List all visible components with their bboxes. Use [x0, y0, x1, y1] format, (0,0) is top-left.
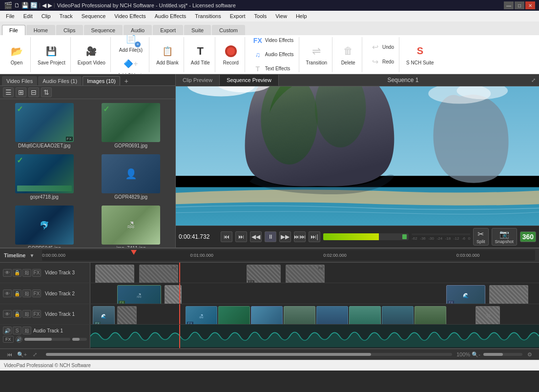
refresh-icon[interactable]: 🔄: [30, 2, 38, 9]
clip-block[interactable]: 🌊 FX: [446, 285, 485, 303]
timeline-zoom-level-button[interactable]: 100%: [458, 350, 469, 359]
audio-solo-button[interactable]: S: [13, 327, 21, 334]
split-button[interactable]: ✂ Split: [473, 228, 489, 246]
tab-audio-files[interactable]: Audio Files (1): [38, 76, 82, 85]
track1-effect-button[interactable]: FX: [32, 310, 41, 318]
add-title-button[interactable]: T Add Title: [189, 42, 212, 67]
tab-sequence[interactable]: Sequence: [84, 25, 123, 35]
menu-edit[interactable]: Edit: [20, 12, 37, 20]
save-icon[interactable]: 💾: [21, 2, 29, 9]
track1-link-button[interactable]: ⛓: [22, 310, 31, 318]
timeline-go-start-button[interactable]: ⏮: [4, 350, 15, 359]
clip-block[interactable]: 🏖 FX: [186, 306, 217, 324]
go-end-button[interactable]: ⏭|: [309, 231, 320, 242]
export-video-button[interactable]: 🎥 Export Video: [76, 42, 107, 67]
go-prev-button[interactable]: ⏭: [235, 231, 247, 242]
vr360-button[interactable]: 360: [520, 231, 536, 242]
audio-fx-button[interactable]: FX: [3, 336, 14, 343]
pause-button[interactable]: ⏸: [265, 231, 276, 242]
tab-audio[interactable]: Audio: [124, 25, 152, 35]
menu-transitions[interactable]: Transitions: [191, 12, 225, 20]
list-item[interactable]: 🐬 GOPR5045.jpg: [2, 204, 87, 248]
clip-block[interactable]: [284, 306, 315, 324]
clip-block[interactable]: ✕: [476, 306, 500, 324]
snapshot-button[interactable]: 📷 Snapshot: [492, 228, 517, 246]
clip-block[interactable]: [489, 285, 528, 303]
add-objects-button[interactable]: 🔷+ Add Objects: [116, 55, 146, 75]
undo-button[interactable]: ↩ Undo: [367, 41, 396, 54]
timeline-dropdown-button[interactable]: ▼: [29, 253, 34, 258]
clip-block[interactable]: 🌊 FX: [93, 306, 115, 324]
menu-clip[interactable]: Clip: [38, 12, 55, 20]
redo-button[interactable]: ↪ Redo: [367, 55, 396, 69]
transition-button[interactable]: ⇌ Transition: [304, 42, 330, 67]
clip-preview-tab[interactable]: Clip Preview: [176, 75, 220, 85]
video-track-2-content[interactable]: 🏖 FX 🌊 FX: [90, 283, 539, 303]
minimize-button[interactable]: —: [504, 1, 514, 9]
track2-lock-button[interactable]: 🔒: [13, 289, 21, 297]
close-button[interactable]: ✕: [525, 1, 535, 9]
track-effect-button[interactable]: FX: [32, 269, 41, 277]
maximize-button[interactable]: □: [515, 1, 524, 9]
open-button[interactable]: 📂 Open: [6, 42, 27, 67]
new-icon[interactable]: 🗋: [14, 2, 20, 9]
menu-view[interactable]: View: [271, 12, 291, 20]
media-grid-view-button[interactable]: ⊞: [16, 87, 26, 97]
timeline-scroll-slider[interactable]: [46, 353, 452, 356]
menu-file[interactable]: File: [2, 12, 19, 20]
expand-preview-button[interactable]: ⤢: [527, 74, 539, 86]
menu-video-effects[interactable]: Video Effects: [110, 12, 149, 20]
menu-export[interactable]: Export: [226, 12, 249, 20]
tab-export[interactable]: Export: [153, 25, 183, 35]
tab-images[interactable]: Images (10): [83, 76, 120, 85]
tab-suite[interactable]: Suite: [184, 25, 211, 35]
track-lock-button[interactable]: 🔒: [13, 269, 21, 277]
timeline-zoom-in-button[interactable]: 🔍+: [17, 350, 27, 359]
delete-button[interactable]: 🗑 Delete: [337, 42, 359, 67]
timeline-zoom-slider[interactable]: [483, 353, 522, 356]
record-button[interactable]: Record: [220, 42, 242, 67]
menu-track[interactable]: Track: [56, 12, 77, 20]
list-item[interactable]: 🏖 img_7411.jpg: [89, 204, 174, 248]
step-forward-button[interactable]: ▶▶: [279, 231, 291, 242]
go-next-button[interactable]: ⏭⏭: [294, 231, 306, 242]
pan-slider[interactable]: [72, 338, 87, 341]
audio-link-button[interactable]: ⛓: [22, 327, 31, 334]
clip-block[interactable]: [316, 306, 348, 324]
clip-block[interactable]: [95, 265, 134, 283]
audio-track-1-content[interactable]: [90, 325, 539, 348]
clip-block[interactable]: [117, 306, 137, 324]
media-thumb-view-button[interactable]: ⊟: [28, 87, 39, 97]
tab-home[interactable]: Home: [26, 25, 55, 35]
clip-block[interactable]: 🏖 FX: [117, 285, 161, 303]
track-link-button[interactable]: ⛓: [22, 269, 31, 277]
clip-block[interactable]: FX: [286, 265, 325, 283]
forward-icon[interactable]: ▶: [48, 2, 52, 9]
clip-block[interactable]: [382, 306, 414, 324]
audio-effects-button[interactable]: ♫ Audio Effects: [250, 48, 296, 62]
add-media-tab-button[interactable]: +: [122, 77, 131, 85]
track2-effect-button[interactable]: FX: [32, 289, 41, 297]
list-item[interactable]: 👤 GOPR4829.jpg: [89, 152, 174, 202]
track2-mute-button[interactable]: 👁: [3, 289, 12, 297]
timeline-zoom-out-button[interactable]: 🔍-: [471, 350, 481, 359]
progress-bar[interactable]: [323, 233, 409, 240]
text-effects-button[interactable]: T Text Effects: [250, 62, 296, 75]
track-mute-button[interactable]: 👁: [3, 269, 12, 277]
tab-video-files[interactable]: Video Files: [2, 76, 37, 85]
media-sort-button[interactable]: ⇅: [41, 87, 52, 97]
tab-clips[interactable]: Clips: [56, 25, 83, 35]
step-back-button[interactable]: ◀◀: [250, 231, 262, 242]
video-effects-button[interactable]: FX Video Effects: [250, 35, 296, 47]
tab-file[interactable]: File: [2, 25, 25, 35]
track1-lock-button[interactable]: 🔒: [13, 310, 21, 318]
media-list-view-button[interactable]: ☰: [3, 87, 14, 97]
nch-suite-button[interactable]: S S NCH Suite: [404, 42, 436, 67]
clip-block[interactable]: [218, 306, 250, 324]
audio-mute-button[interactable]: 🔊: [3, 327, 12, 334]
track2-link-button[interactable]: ⛓: [22, 289, 31, 297]
clip-block[interactable]: [349, 306, 381, 324]
clip-block[interactable]: FX: [247, 265, 281, 283]
video-track-3-content[interactable]: FX FX FX: [90, 263, 539, 283]
clip-block[interactable]: [251, 306, 283, 324]
